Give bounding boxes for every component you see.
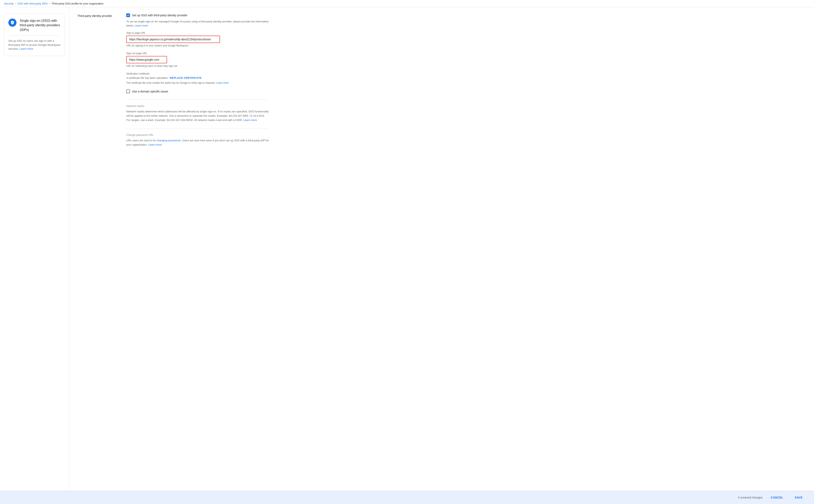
change-pw-learn-more[interactable]: Learn more (148, 143, 162, 146)
network-masks-learn-more[interactable]: Learn more (243, 119, 257, 122)
sidebar-title: Single sign-on (SSO) with third-party id… (20, 19, 61, 32)
bottom-bar: 3 unsaved changes CANCEL SAVE (0, 491, 814, 504)
section-title: Third-party identity provider (77, 14, 118, 18)
form-label-col: Third-party identity provider (77, 13, 118, 153)
section-divider (126, 99, 269, 100)
form-content-col: Set up SSO with third-party identity pro… (126, 13, 269, 153)
cert-uploaded-text: A certificate file has been uploaded. (126, 76, 168, 79)
domain-specific-label: Use a domain specific issuer (132, 90, 168, 93)
page-layout: Single sign-on (SSO) with third-party id… (0, 7, 814, 503)
sidebar-card: Single sign-on (SSO) with third-party id… (4, 13, 65, 56)
form-section: Third-party identity provider Set up SSO… (77, 13, 806, 153)
breadcrumb-sso-idp[interactable]: SSO with third-party IDPs (18, 2, 48, 5)
sign-out-url-hint: URL for redirecting users to when they s… (126, 65, 269, 67)
sign-in-url-input[interactable] (126, 36, 220, 43)
sign-in-url-label: Sign-in page URL (126, 32, 269, 34)
main-content: Third-party identity provider Set up SSO… (69, 7, 814, 503)
replace-cert-link[interactable]: REPLACE CERTIFICATE (170, 76, 201, 79)
domain-specific-row: Use a domain specific issuer (126, 90, 269, 93)
domain-specific-checkbox[interactable] (126, 90, 130, 93)
sso-checkbox[interactable] (126, 13, 130, 17)
sidebar-description: Set up SSO so users can sign in with a t… (8, 39, 61, 51)
breadcrumb-security[interactable]: Security (4, 2, 14, 5)
sign-out-url-input[interactable] (126, 56, 167, 63)
shield-icon (10, 20, 15, 25)
sso-learn-more-link[interactable]: Learn more (135, 24, 148, 27)
change-pw-highlight: changing passwords (156, 139, 181, 142)
sign-out-url-label: Sign-out page URL (126, 52, 269, 55)
sidebar-divider (8, 35, 61, 36)
breadcrumb-sep-1: > (15, 2, 16, 5)
cert-row: A certificate file has been uploaded. RE… (126, 76, 269, 79)
change-password-section: Change password URL URL users are sent t… (126, 133, 269, 147)
verification-cert-group: Verification certificate A certificate f… (126, 72, 269, 85)
cancel-button[interactable]: CANCEL (768, 494, 787, 501)
breadcrumb: Security > SSO with third-party IDPs > T… (0, 0, 814, 7)
sso-icon (8, 19, 17, 27)
sso-checkbox-label: Set up SSO with third-party identity pro… (132, 14, 187, 17)
breadcrumb-sep-2: > (49, 2, 50, 5)
network-masks-section: Network masks Network masks determine wh… (126, 104, 269, 122)
sign-in-url-hint: URL for signing in to your system and Go… (126, 44, 269, 47)
sso-enable-row: Set up SSO with third-party identity pro… (126, 13, 269, 17)
sign-out-url-group: Sign-out page URL URL for redirecting us… (126, 52, 269, 67)
cert-learn-more-link[interactable]: Learn more (216, 81, 229, 84)
breadcrumb-current: Third-party SSO profile for your organiz… (52, 2, 103, 5)
sidebar-learn-more-link[interactable]: Learn more (20, 47, 33, 50)
verification-cert-label: Verification certificate (126, 72, 269, 75)
network-masks-label: Network masks (126, 104, 269, 108)
network-masks-desc: Network masks determine which addresses … (126, 110, 269, 122)
save-button[interactable]: SAVE (791, 494, 806, 501)
change-pw-title: Change password URL (126, 133, 269, 136)
sso-description: To set up single sign-on for managed Goo… (126, 20, 269, 27)
sidebar-card-header: Single sign-on (SSO) with third-party id… (8, 19, 61, 32)
sign-in-url-group: Sign-in page URL URL for signing in to y… (126, 32, 269, 47)
sidebar: Single sign-on (SSO) with third-party id… (0, 7, 69, 503)
change-pw-desc: URL users are sent to for changing passw… (126, 138, 269, 147)
unsaved-changes-text: 3 unsaved changes (738, 496, 762, 499)
cert-note: The certificate file must contain the pu… (126, 81, 269, 85)
